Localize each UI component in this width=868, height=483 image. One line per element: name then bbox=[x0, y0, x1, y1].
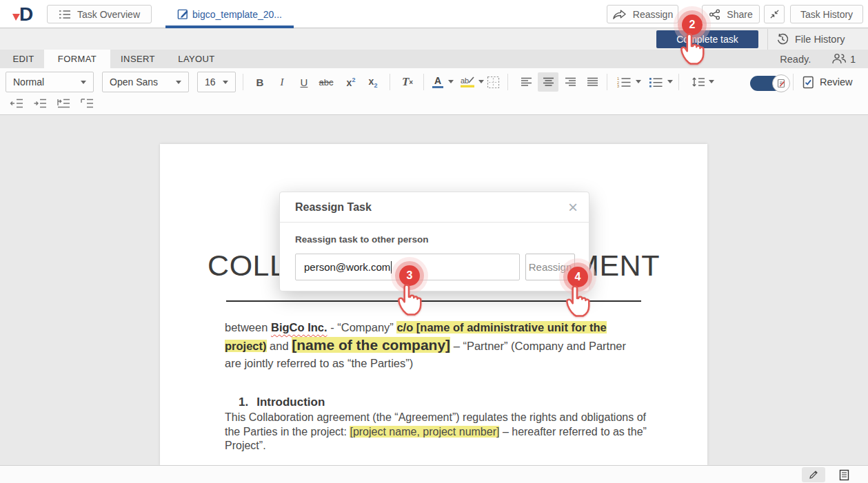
paragraph-style-select[interactable]: Normal bbox=[6, 72, 94, 92]
superscript-exp: 2 bbox=[352, 76, 355, 83]
border-grid-icon bbox=[487, 76, 500, 89]
align-left-icon bbox=[521, 77, 532, 87]
top-bar: D Task Overview bigco_template_20... Rea… bbox=[0, 0, 868, 28]
modal-reassign-label: Reassign bbox=[529, 261, 572, 273]
numbered-list-dropdown[interactable] bbox=[636, 80, 641, 83]
strikethrough-button[interactable]: abc bbox=[316, 72, 336, 92]
numbered-list-button[interactable]: 1 2 3 bbox=[614, 72, 634, 92]
collapse-button[interactable] bbox=[764, 5, 785, 23]
decrease-indent-button[interactable] bbox=[7, 94, 26, 112]
active-tab-underline bbox=[165, 25, 294, 28]
line-spacing-button[interactable] bbox=[688, 72, 709, 92]
paragraph-style-value: Normal bbox=[13, 76, 44, 88]
format-toolbar: Normal Open Sans 16 B I U abc x2 x2 T× A… bbox=[0, 68, 868, 115]
clear-formatting-x: × bbox=[409, 79, 413, 86]
document-view-button[interactable] bbox=[834, 467, 854, 482]
chevron-down-icon bbox=[176, 81, 181, 84]
align-left-button[interactable] bbox=[516, 72, 536, 92]
hanging-indent-button[interactable] bbox=[77, 94, 97, 112]
divider bbox=[678, 74, 679, 90]
bullet-list-dropdown[interactable] bbox=[667, 80, 673, 83]
forward-arrow-icon bbox=[612, 9, 627, 20]
tab-format-label: FORMAT bbox=[58, 54, 97, 64]
file-history-button[interactable]: File History bbox=[776, 29, 845, 50]
underline-button[interactable]: U bbox=[294, 72, 314, 92]
font-family-select[interactable]: Open Sans bbox=[102, 72, 189, 92]
modal-header: Reassign Task × bbox=[280, 192, 589, 223]
tab-insert[interactable]: INSERT bbox=[116, 50, 160, 68]
edit-mode-toggle[interactable] bbox=[750, 74, 790, 92]
collaborators-indicator[interactable]: 1 bbox=[831, 53, 856, 65]
email-input-value: person@work.com bbox=[304, 261, 390, 273]
ribbon-tab-bar: EDIT FORMAT INSERT LAYOUT Ready. 1 bbox=[0, 50, 868, 68]
subscript-button[interactable]: x2 bbox=[363, 72, 383, 92]
annotation-step-3: 3 bbox=[399, 265, 420, 286]
align-right-button[interactable] bbox=[560, 72, 581, 92]
edit-square-icon bbox=[177, 8, 189, 20]
bold-button[interactable]: B bbox=[250, 72, 270, 92]
task-history-button[interactable]: Task History bbox=[790, 5, 863, 23]
review-button[interactable]: Review bbox=[803, 72, 853, 92]
italic-button[interactable]: I bbox=[272, 72, 292, 92]
increase-indent-button[interactable] bbox=[30, 94, 50, 112]
share-label: Share bbox=[727, 9, 752, 20]
font-color-label: A bbox=[434, 76, 441, 85]
divider bbox=[607, 74, 607, 90]
superscript-button[interactable]: x2 bbox=[341, 72, 361, 92]
increase-indent-icon bbox=[33, 98, 47, 109]
align-right-icon bbox=[565, 77, 576, 87]
complete-task-button[interactable]: Complete task bbox=[656, 30, 758, 48]
document-check-icon bbox=[803, 76, 814, 89]
people-icon bbox=[831, 53, 847, 65]
tab-insert-label: INSERT bbox=[121, 54, 155, 64]
align-center-button[interactable] bbox=[538, 72, 558, 92]
document-tab-label: bigco_template_20... bbox=[192, 9, 282, 20]
document-tab[interactable]: bigco_template_20... bbox=[165, 0, 294, 28]
divider bbox=[767, 29, 768, 50]
align-center-icon bbox=[543, 77, 554, 87]
file-history-label: File History bbox=[795, 34, 845, 45]
bullet-list-button[interactable] bbox=[645, 72, 666, 92]
align-justify-button[interactable] bbox=[582, 72, 603, 92]
clear-formatting-button[interactable]: T× bbox=[396, 72, 419, 92]
annotation-step-2: 2 bbox=[682, 14, 703, 35]
task-history-label: Task History bbox=[800, 9, 853, 20]
divider bbox=[423, 74, 424, 90]
font-color-button[interactable]: A bbox=[429, 72, 447, 92]
task-overview-button[interactable]: Task Overview bbox=[47, 5, 152, 23]
highlight-dropdown[interactable] bbox=[478, 80, 484, 83]
divider bbox=[793, 74, 794, 90]
tab-format[interactable]: FORMAT bbox=[44, 50, 110, 68]
review-label: Review bbox=[820, 76, 853, 88]
font-size-select[interactable]: 16 bbox=[197, 72, 236, 92]
introduction-paragraph: This Collaboration agreement (the “Agree… bbox=[225, 411, 648, 453]
font-size-value: 16 bbox=[205, 76, 216, 88]
hand-click-cursor bbox=[563, 282, 592, 318]
borders-button[interactable] bbox=[484, 72, 502, 92]
chevron-down-icon bbox=[81, 81, 86, 84]
run-highlight-project-placeholder: [project name, project number] bbox=[350, 426, 499, 438]
ordered-list-icon bbox=[59, 9, 71, 20]
share-icon bbox=[709, 9, 720, 20]
reassign-task-modal: Reassign Task × Reassign task to other p… bbox=[279, 192, 589, 291]
tab-edit[interactable]: EDIT bbox=[7, 50, 40, 68]
toggle-knob bbox=[772, 74, 790, 92]
first-line-indent-button[interactable] bbox=[54, 94, 73, 112]
tab-layout[interactable]: LAYOUT bbox=[174, 50, 219, 68]
highlight-color-button[interactable]: ab bbox=[458, 72, 477, 92]
close-icon[interactable]: × bbox=[568, 198, 578, 217]
edit-mode-button[interactable] bbox=[802, 467, 825, 482]
reassign-button[interactable]: Reassign bbox=[607, 5, 678, 23]
hand-click-cursor bbox=[678, 30, 707, 65]
run-company-name: BigCo Inc. bbox=[271, 321, 327, 333]
subscript-idx: 2 bbox=[374, 81, 377, 88]
divider bbox=[243, 74, 243, 90]
line-spacing-dropdown[interactable] bbox=[709, 80, 714, 83]
bold-label: B bbox=[256, 76, 264, 88]
highlight-icon: ab bbox=[460, 76, 475, 88]
share-button[interactable]: Share bbox=[702, 5, 760, 23]
font-color-dropdown[interactable] bbox=[448, 80, 454, 83]
run-highlight-company-placeholder: [name of the company] bbox=[292, 337, 450, 353]
numbered-list-icon: 1 2 3 bbox=[617, 76, 631, 88]
annotation-step-4: 4 bbox=[567, 267, 588, 287]
